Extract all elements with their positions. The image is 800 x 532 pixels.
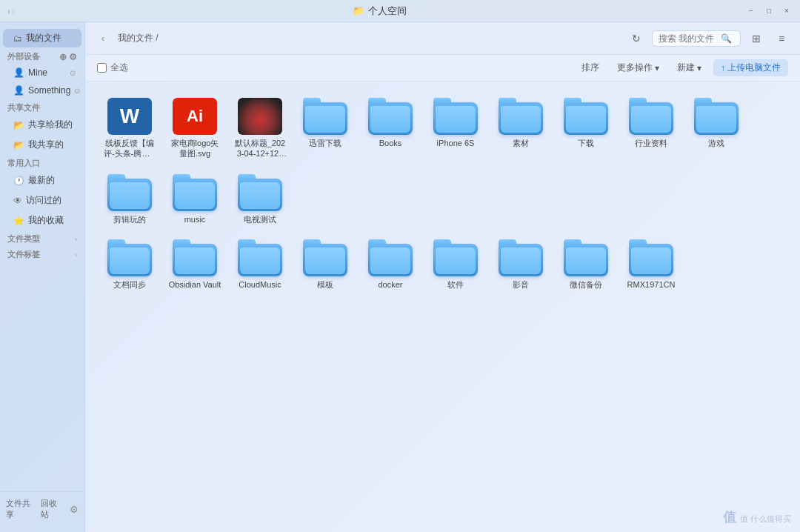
window-controls: ‹ › bbox=[7, 7, 14, 16]
my-files-icon: 🗂 bbox=[13, 33, 22, 44]
upload-btn[interactable]: ↑ 上传电脑文件 bbox=[713, 59, 788, 76]
file-item-14[interactable]: 文档同步 bbox=[100, 235, 159, 294]
sidebar-section-common[interactable]: 常用入口 bbox=[0, 155, 84, 170]
sidebar-item-visited[interactable]: 👁 访问过的 bbox=[3, 191, 81, 210]
folder-icon-14 bbox=[107, 239, 152, 276]
select-all-input[interactable] bbox=[97, 63, 107, 73]
folder-icon-4 bbox=[303, 98, 347, 135]
file-item-8[interactable]: 下载 bbox=[556, 93, 616, 164]
settings-btn[interactable]: ⚙ bbox=[70, 504, 79, 515]
file-row-2: 文档同步 Obsidian Vault CloudMusic bbox=[100, 235, 785, 294]
sort-action-btn[interactable]: 排序 bbox=[576, 59, 605, 76]
minimize-btn[interactable]: − bbox=[745, 5, 757, 17]
file-thumb-2: Ai bbox=[173, 98, 217, 135]
window-action-buttons: − □ × bbox=[745, 5, 793, 17]
something-icon: 👤 bbox=[13, 85, 24, 96]
watermark: 值 值 什么值得买 bbox=[723, 508, 791, 526]
shared-to-me-icon: 📂 bbox=[13, 120, 24, 130]
file-item-11[interactable]: 剪辑玩的 bbox=[100, 170, 159, 229]
more-ops-btn[interactable]: 更多操作 ▾ bbox=[611, 59, 665, 76]
file-grid: W 线板反馈【编评-头条-腾讯&新... Ai 家电商logo矢量图.svg bbox=[85, 82, 800, 532]
folder-icon-13 bbox=[238, 174, 282, 211]
folder-icon-11 bbox=[107, 174, 152, 211]
main-layout: 🗂 我的文件 外部设备 ⊕ ⚙ 👤 Mine ⊙ 👤 Something ⊙ 共… bbox=[0, 22, 800, 532]
sidebar-section-file-types[interactable]: 文件类型 › bbox=[0, 230, 84, 246]
folder-icon-18 bbox=[368, 239, 413, 276]
sidebar-section-file-tags[interactable]: 文件标签 › bbox=[0, 246, 84, 262]
folder-icon-16 bbox=[238, 239, 282, 276]
forward-btn[interactable]: › bbox=[12, 7, 15, 16]
sidebar: 🗂 我的文件 外部设备 ⊕ ⚙ 👤 Mine ⊙ 👤 Something ⊙ 共… bbox=[0, 22, 85, 532]
folder-icon-9 bbox=[629, 98, 673, 135]
file-item-22[interactable]: RMX1971CN bbox=[621, 235, 681, 294]
folder-icon-19 bbox=[433, 239, 478, 276]
sidebar-section-external[interactable]: 外部设备 ⊕ ⚙ bbox=[0, 48, 84, 64]
window-title: 📁 个人空间 bbox=[353, 4, 407, 18]
sidebar-item-newest[interactable]: 🕐 最新的 bbox=[3, 171, 81, 190]
sidebar-item-shared-by-me[interactable]: 📂 我共享的 bbox=[3, 136, 81, 154]
file-item-21[interactable]: 微信备份 bbox=[556, 235, 616, 294]
search-icon[interactable]: 🔍 bbox=[721, 33, 732, 44]
file-item-17[interactable]: 模板 bbox=[296, 235, 355, 294]
folder-icon-12 bbox=[173, 174, 217, 211]
folder-icon-17 bbox=[303, 239, 347, 276]
file-item-5[interactable]: Books bbox=[361, 93, 420, 164]
favorites-icon: ⭐ bbox=[13, 216, 24, 226]
file-item-3[interactable]: 默认标题_2023-04-12+12_1... bbox=[230, 93, 290, 164]
back-btn[interactable]: ‹ bbox=[7, 7, 10, 16]
file-item-4[interactable]: 迅雷下载 bbox=[296, 93, 355, 164]
back-nav-btn[interactable]: ‹ bbox=[94, 30, 112, 47]
folder-icon-7 bbox=[499, 98, 543, 135]
file-item-1[interactable]: W 线板反馈【编评-头条-腾讯&新... bbox=[100, 93, 159, 164]
file-item-18[interactable]: docker bbox=[361, 235, 420, 294]
shared-by-me-icon: 📂 bbox=[13, 140, 24, 150]
file-item-10[interactable]: 游戏 bbox=[687, 93, 746, 164]
toolbar: ‹ 我的文件 / ↻ 🔍 ⊞ ≡ bbox=[85, 22, 800, 55]
file-item-19[interactable]: 软件 bbox=[426, 235, 485, 294]
folder-icon-6 bbox=[433, 98, 478, 135]
sub-toolbar-actions: 排序 更多操作 ▾ 新建 ▾ ↑ 上传电脑文件 bbox=[576, 59, 788, 76]
file-item-15[interactable]: Obsidian Vault bbox=[165, 235, 224, 294]
file-thumb-1: W bbox=[107, 98, 152, 135]
file-item-16[interactable]: CloudMusic bbox=[230, 235, 290, 294]
sidebar-item-shared-to-me[interactable]: 📂 共享给我的 bbox=[3, 116, 81, 134]
new-btn[interactable]: 新建 ▾ bbox=[671, 59, 707, 76]
add-device-icon[interactable]: ⊕ bbox=[59, 52, 67, 62]
recycle-btn[interactable]: 回收站 bbox=[41, 498, 61, 520]
refresh-btn[interactable]: ↻ bbox=[627, 29, 646, 48]
folder-icon-8 bbox=[564, 98, 608, 135]
folder-icon-5 bbox=[368, 98, 413, 135]
search-input[interactable] bbox=[659, 33, 718, 44]
file-item-9[interactable]: 行业资料 bbox=[621, 93, 681, 164]
close-btn[interactable]: × bbox=[781, 5, 793, 17]
maximize-btn[interactable]: □ bbox=[763, 5, 775, 17]
sidebar-section-shared[interactable]: 共享文件 bbox=[0, 99, 84, 115]
newest-icon: 🕐 bbox=[13, 176, 24, 186]
file-item-20[interactable]: 影音 bbox=[491, 235, 550, 294]
sidebar-item-my-files[interactable]: 🗂 我的文件 bbox=[3, 29, 81, 47]
settings-device-icon[interactable]: ⚙ bbox=[69, 52, 77, 62]
file-item-2[interactable]: Ai 家电商logo矢量图.svg bbox=[165, 93, 224, 164]
upload-icon: ↑ bbox=[721, 63, 725, 73]
file-item-12[interactable]: music bbox=[165, 170, 224, 229]
file-thumb-3 bbox=[238, 98, 282, 135]
sidebar-item-something[interactable]: 👤 Something ⊙ bbox=[3, 82, 81, 99]
select-all-checkbox[interactable]: 全选 bbox=[97, 61, 128, 74]
file-mgmt-btn[interactable]: 文件共享 bbox=[6, 498, 32, 520]
mine-icon: 👤 bbox=[13, 67, 24, 78]
visited-icon: 👁 bbox=[13, 196, 22, 206]
sidebar-bottom: 文件共享 回收站 ⚙ bbox=[0, 491, 84, 526]
sort-btn[interactable]: ≡ bbox=[772, 29, 791, 48]
sidebar-item-favorites[interactable]: ⭐ 我的收藏 bbox=[3, 211, 81, 230]
sidebar-item-mine[interactable]: 👤 Mine ⊙ bbox=[3, 64, 81, 81]
file-item-13[interactable]: 电视测试 bbox=[230, 170, 290, 229]
folder-icon-20 bbox=[499, 239, 543, 276]
sub-toolbar: 全选 排序 更多操作 ▾ 新建 ▾ ↑ 上传电脑文件 bbox=[85, 55, 800, 82]
folder-icon-15 bbox=[173, 239, 217, 276]
folder-icon-21 bbox=[564, 239, 608, 276]
folder-icon-10 bbox=[694, 98, 739, 135]
view-toggle-btn[interactable]: ⊞ bbox=[747, 29, 766, 48]
file-item-6[interactable]: iPhone 6S bbox=[426, 93, 485, 164]
folder-icon-22 bbox=[629, 239, 673, 276]
file-item-7[interactable]: 素材 bbox=[491, 93, 550, 164]
